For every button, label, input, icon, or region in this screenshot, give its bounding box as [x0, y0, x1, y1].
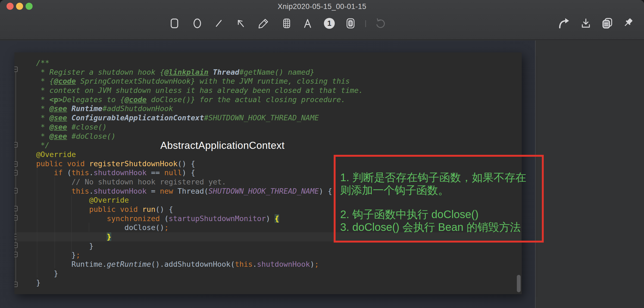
window-title: Xnip2020-05-15_00-01-15: [0, 2, 644, 11]
code-line: * @see Runtime#addShutdownHook: [17, 104, 521, 113]
copy-icon: [601, 17, 614, 30]
text-annotation[interactable]: AbstractApplicationContext: [160, 140, 285, 151]
xnip-window: Xnip2020-05-15_00-01-15: [0, 0, 644, 308]
window-header: Xnip2020-05-15_00-01-15: [0, 0, 644, 40]
number-badge-icon: 1: [324, 18, 335, 29]
arrow-tool-button[interactable]: [234, 16, 247, 30]
save-button[interactable]: [579, 16, 592, 30]
focus-icon: [345, 17, 357, 29]
download-icon: [580, 17, 592, 30]
code-line: * @see ConfigurableApplicationContext#SH…: [17, 113, 521, 122]
line-tool-button[interactable]: [212, 16, 225, 30]
mosaic-tool-button[interactable]: [280, 16, 293, 30]
indent-guide: [89, 223, 89, 232]
code-line: }: [17, 241, 521, 251]
focus-tool-button[interactable]: [344, 16, 357, 30]
line-icon: [213, 17, 225, 29]
code-line: * context on JVM shutdown unless it has …: [17, 86, 521, 95]
code-line: Runtime.getRuntime().addShutdownHook(thi…: [17, 260, 521, 269]
code-line: * {@code SpringContextShutdownHook} with…: [17, 77, 521, 86]
undo-button[interactable]: [374, 16, 387, 30]
indent-guide: [55, 177, 55, 268]
rectangle-tool-button[interactable]: [168, 16, 181, 30]
text-tool-button[interactable]: [301, 16, 314, 30]
ellipse-icon: [191, 17, 203, 29]
share-icon: [558, 17, 571, 30]
code-line: }: [17, 269, 521, 278]
pen-icon: [258, 17, 270, 29]
indent-guide: [71, 195, 72, 259]
share-button[interactable]: [558, 16, 571, 30]
rectangle-icon: [168, 17, 180, 29]
window-background-right: [536, 40, 644, 308]
note-text-annotation[interactable]: 1. 判断是否存在钩子函数，如果不存在 则添加一个钩子函数。 2. 钩子函数中执…: [340, 171, 536, 234]
indent-guide: [37, 168, 37, 278]
undo-icon: [374, 17, 387, 30]
ellipse-tool-button[interactable]: [191, 16, 204, 30]
code-line: * @see #doClose(): [17, 132, 521, 141]
mosaic-icon: [281, 17, 293, 29]
editor-scrollbar-thumb: [517, 275, 521, 292]
number-badge-tool-button[interactable]: 1: [323, 16, 336, 30]
code-line: * @see #close(): [17, 122, 521, 132]
text-icon: [302, 17, 314, 29]
note-paragraph-1: 1. 判断是否存在钩子函数，如果不存在 则添加一个钩子函数。: [340, 171, 536, 197]
code-line: * Register a shutdown hook {@linkplain T…: [17, 68, 521, 77]
note-paragraph-2: 2. 钩子函数中执行 doClose() 3. doClose() 会执行 Be…: [340, 208, 536, 234]
pin-button[interactable]: [622, 16, 635, 30]
toolbar-separator: [365, 20, 366, 27]
arrow-icon: [235, 17, 247, 29]
rectangle-annotation[interactable]: 1. 判断是否存在钩子函数，如果不存在 则添加一个钩子函数。 2. 钩子函数中执…: [334, 155, 544, 243]
code-line: * <p>Delegates to {@code doClose()} for …: [17, 95, 521, 104]
copy-button[interactable]: [601, 16, 614, 30]
pin-icon: [622, 17, 634, 30]
code-line: /**: [17, 58, 521, 68]
pen-tool-button[interactable]: [257, 16, 270, 30]
code-line: }: [17, 278, 521, 287]
code-line: };: [17, 250, 521, 260]
